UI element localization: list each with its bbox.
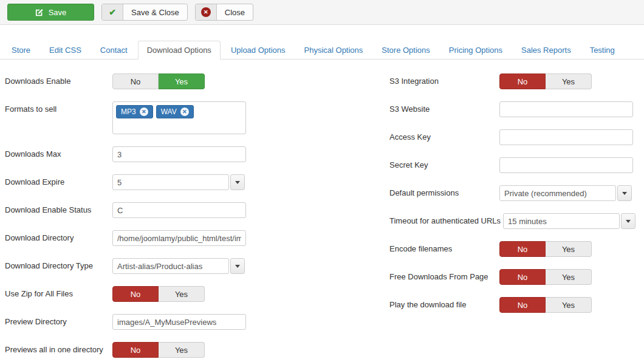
previews-one-directory-label: Previews all in one directory bbox=[5, 342, 112, 358]
tab-download-options[interactable]: Download Options bbox=[138, 41, 221, 60]
save-button-label: Save bbox=[49, 8, 67, 17]
tab-store[interactable]: Store bbox=[3, 41, 39, 59]
caret-down-icon bbox=[626, 220, 631, 223]
timeout-urls-input[interactable] bbox=[503, 213, 620, 229]
downloads-max-input[interactable] bbox=[112, 146, 246, 162]
encode-filenames-row: Encode filenames No Yes bbox=[389, 241, 635, 257]
play-download-file-row: Play the download file No Yes bbox=[389, 297, 635, 313]
download-directory-type-select bbox=[112, 258, 245, 274]
tab-bar: Store Edit CSS Contact Download Options … bbox=[0, 41, 644, 60]
downloads-enable-toggle: No Yes bbox=[112, 73, 205, 89]
save-close-button[interactable]: ✔ Save & Close bbox=[101, 4, 188, 21]
free-downloads-no[interactable]: No bbox=[499, 269, 546, 285]
download-directory-type-label: Download Directory Type bbox=[5, 258, 112, 274]
s3-integration-label: S3 Integration bbox=[389, 73, 499, 89]
timeout-urls-dropdown-button[interactable] bbox=[621, 213, 635, 229]
s3-integration-toggle: No Yes bbox=[499, 73, 592, 89]
download-directory-type-dropdown-button[interactable] bbox=[230, 258, 245, 274]
free-downloads-yes[interactable]: Yes bbox=[546, 269, 592, 285]
use-zip-yes[interactable]: Yes bbox=[159, 286, 205, 302]
downloads-enable-row: Downloads Enable No Yes bbox=[5, 73, 389, 89]
download-directory-row: Download Directory bbox=[5, 230, 389, 246]
format-chip-mp3: MP3 ✕ bbox=[116, 105, 153, 118]
free-downloads-toggle: No Yes bbox=[499, 269, 592, 285]
free-downloads-row: Free Downloads From Page No Yes bbox=[389, 269, 635, 285]
format-chip-mp3-label: MP3 bbox=[121, 108, 136, 116]
remove-wav-icon[interactable]: ✕ bbox=[180, 108, 189, 116]
encode-filenames-toggle: No Yes bbox=[499, 241, 592, 257]
previews-one-directory-row: Previews all in one directory No Yes bbox=[5, 342, 389, 358]
download-enable-status-row: Download Enable Status bbox=[5, 202, 389, 218]
downloads-enable-yes[interactable]: Yes bbox=[159, 73, 205, 89]
remove-mp3-icon[interactable]: ✕ bbox=[140, 108, 148, 116]
download-options-panel: Downloads Enable No Yes Formats to sell … bbox=[0, 60, 644, 362]
access-key-input[interactable] bbox=[499, 129, 633, 145]
toolbar: Save ✔ Save & Close ✕ Close bbox=[0, 0, 644, 25]
default-permissions-row: Default permissions bbox=[389, 185, 635, 201]
save-close-button-label: Save & Close bbox=[123, 4, 187, 20]
secret-key-label: Secret Key bbox=[389, 157, 499, 173]
tab-pricing-options[interactable]: Pricing Options bbox=[440, 41, 511, 59]
timeout-urls-select bbox=[503, 213, 635, 229]
tab-upload-options[interactable]: Upload Options bbox=[222, 41, 294, 59]
download-directory-type-input[interactable] bbox=[112, 258, 229, 274]
tab-testing[interactable]: Testing bbox=[581, 41, 623, 59]
previews-one-directory-no[interactable]: No bbox=[112, 342, 159, 358]
s3-website-row: S3 Website bbox=[389, 101, 635, 117]
play-download-file-yes[interactable]: Yes bbox=[546, 297, 592, 313]
access-key-label: Access Key bbox=[389, 129, 499, 145]
caret-down-icon bbox=[235, 181, 240, 184]
default-permissions-label: Default permissions bbox=[389, 185, 499, 201]
encode-filenames-yes[interactable]: Yes bbox=[546, 241, 592, 257]
format-chip-wav: WAV ✕ bbox=[156, 105, 194, 118]
timeout-urls-row: Timeout for authenticated URLs bbox=[389, 213, 635, 229]
default-permissions-dropdown-button[interactable] bbox=[617, 185, 632, 201]
downloads-max-row: Downloads Max bbox=[5, 146, 389, 162]
play-download-file-no[interactable]: No bbox=[499, 297, 546, 313]
download-directory-type-row: Download Directory Type bbox=[5, 258, 389, 274]
formats-to-sell-row: Formats to sell MP3 ✕ WAV ✕ bbox=[5, 101, 389, 134]
tab-contact[interactable]: Contact bbox=[92, 41, 136, 59]
download-expire-row: Download Expire bbox=[5, 174, 389, 190]
downloads-enable-label: Downloads Enable bbox=[5, 73, 112, 89]
s3-integration-no[interactable]: No bbox=[499, 73, 546, 89]
check-icon: ✔ bbox=[102, 4, 123, 20]
s3-website-input[interactable] bbox=[499, 101, 633, 117]
preview-directory-label: Preview Directory bbox=[5, 314, 112, 330]
tab-edit-css[interactable]: Edit CSS bbox=[41, 41, 90, 59]
download-expire-input[interactable] bbox=[112, 174, 229, 190]
timeout-urls-label: Timeout for authenticated URLs bbox=[389, 213, 503, 229]
tab-sales-reports[interactable]: Sales Reports bbox=[513, 41, 580, 59]
download-expire-label: Download Expire bbox=[5, 174, 112, 190]
default-permissions-select bbox=[499, 185, 632, 201]
downloads-enable-no[interactable]: No bbox=[112, 73, 159, 89]
download-enable-status-input[interactable] bbox=[112, 202, 246, 218]
form-column-right: S3 Integration No Yes S3 Website Access … bbox=[389, 73, 635, 362]
previews-one-directory-toggle: No Yes bbox=[112, 342, 205, 358]
close-button-label: Close bbox=[217, 4, 253, 20]
close-icon: ✕ bbox=[196, 4, 217, 20]
encode-filenames-no[interactable]: No bbox=[499, 241, 546, 257]
encode-filenames-label: Encode filenames bbox=[389, 241, 499, 257]
download-enable-status-label: Download Enable Status bbox=[5, 202, 112, 218]
play-download-file-toggle: No Yes bbox=[499, 297, 592, 313]
save-button[interactable]: Save bbox=[7, 4, 94, 21]
download-expire-dropdown-button[interactable] bbox=[230, 174, 245, 190]
s3-website-label: S3 Website bbox=[389, 101, 499, 117]
preview-directory-input[interactable] bbox=[112, 314, 246, 330]
free-downloads-label: Free Downloads From Page bbox=[389, 269, 499, 285]
play-download-file-label: Play the download file bbox=[389, 297, 499, 313]
secret-key-input[interactable] bbox=[499, 157, 633, 173]
secret-key-row: Secret Key bbox=[389, 157, 635, 173]
formats-to-sell-input[interactable]: MP3 ✕ WAV ✕ bbox=[112, 101, 246, 134]
format-chip-wav-label: WAV bbox=[161, 108, 177, 116]
formats-to-sell-label: Formats to sell bbox=[5, 101, 112, 117]
download-directory-input[interactable] bbox=[112, 230, 246, 246]
use-zip-no[interactable]: No bbox=[112, 286, 159, 302]
previews-one-directory-yes[interactable]: Yes bbox=[159, 342, 205, 358]
default-permissions-input[interactable] bbox=[499, 185, 616, 201]
s3-integration-yes[interactable]: Yes bbox=[546, 73, 592, 89]
tab-physical-options[interactable]: Physical Options bbox=[296, 41, 372, 59]
tab-store-options[interactable]: Store Options bbox=[373, 41, 439, 59]
close-button[interactable]: ✕ Close bbox=[195, 4, 253, 21]
